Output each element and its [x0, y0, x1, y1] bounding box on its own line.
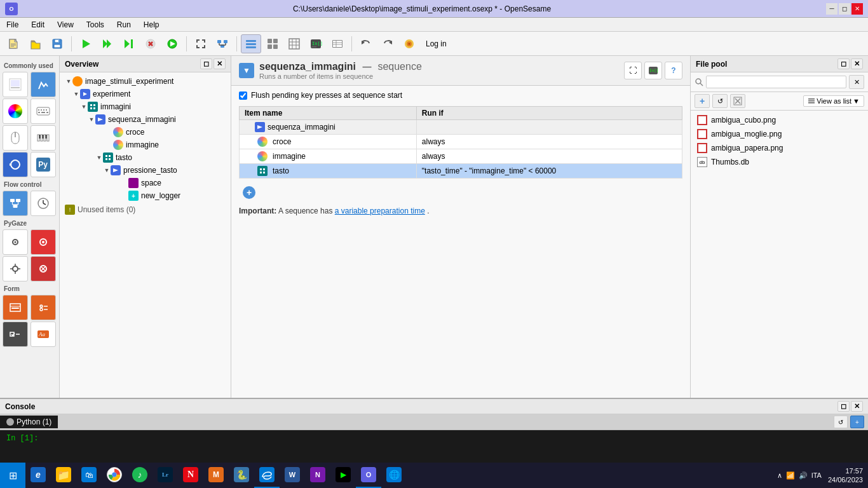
console-tab-python[interactable]: Python (1): [0, 416, 58, 428]
menu-help[interactable]: Help: [140, 19, 163, 30]
taskbar-explorer[interactable]: 📁: [51, 463, 76, 488]
add-item-button[interactable]: +: [239, 184, 259, 201]
undo-button[interactable]: [356, 34, 376, 53]
pygaze-tool2[interactable]: [31, 229, 56, 255]
console-refresh-button[interactable]: ↺: [834, 416, 848, 428]
structure-button[interactable]: [212, 34, 233, 53]
tree-item-sequenza[interactable]: ▼ sequenza_immagini: [60, 113, 231, 126]
menu-file[interactable]: File: [3, 19, 22, 30]
menu-edit[interactable]: Edit: [27, 19, 48, 30]
console-add-button[interactable]: +: [850, 416, 864, 428]
taskbar-ie[interactable]: e: [25, 463, 51, 488]
form-text[interactable]: Aa: [31, 322, 56, 347]
console-close-button[interactable]: ✕: [851, 401, 863, 412]
taskbar-lightroom[interactable]: Lr: [153, 463, 178, 488]
important-link[interactable]: a variable preparation time: [335, 207, 425, 215]
file-delete-button[interactable]: [730, 94, 745, 108]
tree-item-main-experiment[interactable]: ▼ experiment: [60, 88, 231, 100]
taskbar-clock[interactable]: 17:57 24/06/2023: [828, 466, 868, 485]
tree-item-immagine[interactable]: ▶ immagine: [60, 139, 231, 151]
form-tool1[interactable]: [3, 295, 28, 320]
taskbar-network[interactable]: 🌐: [381, 463, 407, 488]
console-restore-button[interactable]: ◻: [837, 401, 850, 412]
file-search-clear-button[interactable]: ✕: [849, 75, 864, 89]
list-item[interactable]: db Thumbs.db: [691, 155, 868, 169]
pygaze-tool1[interactable]: [3, 229, 28, 255]
python-tool[interactable]: Py: [31, 152, 56, 177]
tree-item-tasto[interactable]: ▼ tasto: [60, 151, 231, 164]
mouse-tool[interactable]: [3, 125, 28, 151]
keyboard-tool[interactable]: [31, 98, 56, 124]
save-button[interactable]: [47, 34, 67, 53]
clock-tool[interactable]: [31, 191, 56, 216]
list-item[interactable]: ambigua_cubo.png: [691, 113, 868, 127]
table-row[interactable]: croce always: [240, 135, 682, 149]
taskbar-cmd[interactable]: ▶: [330, 463, 356, 488]
open-button[interactable]: [25, 34, 46, 53]
run-button[interactable]: [76, 34, 96, 53]
taskbar-netflix[interactable]: N: [178, 463, 203, 488]
color-tool[interactable]: [3, 98, 28, 124]
file-add-button[interactable]: +: [695, 94, 710, 108]
stop-button[interactable]: [140, 34, 161, 53]
sampler-tool[interactable]: [31, 72, 56, 97]
step-forward-button[interactable]: [119, 34, 139, 53]
table-row[interactable]: tasto "tasto_time" - "immagine_time" < 6…: [240, 164, 682, 179]
form-checkbox[interactable]: [3, 322, 28, 347]
taskbar-opensesame[interactable]: O: [356, 463, 381, 488]
redo-button[interactable]: [377, 34, 398, 53]
menu-run[interactable]: Run: [113, 19, 135, 30]
grid-view-button[interactable]: [262, 34, 283, 53]
spreadsheet-button[interactable]: [284, 34, 304, 53]
start-button[interactable]: ⊞: [0, 463, 25, 488]
close-button[interactable]: ✕: [851, 3, 863, 15]
menu-tools[interactable]: Tools: [83, 19, 108, 30]
tree-item-croce[interactable]: ▶ croce: [60, 126, 231, 139]
taskbar-spotify[interactable]: ♪: [127, 463, 153, 488]
tree-item-space[interactable]: ▶ space: [60, 177, 231, 189]
file-pool-close-button[interactable]: ✕: [851, 58, 863, 69]
fullscreen-button[interactable]: [191, 34, 211, 53]
taskbar-onenote[interactable]: N: [305, 463, 330, 488]
view-as-list-button[interactable]: View as list ▼: [803, 95, 864, 107]
flush-checkbox[interactable]: [239, 92, 247, 100]
taskbar-chrome[interactable]: [102, 463, 127, 488]
list-view-button[interactable]: [241, 34, 261, 53]
play-button[interactable]: [162, 34, 182, 53]
maximize-button[interactable]: ◻: [839, 3, 850, 15]
form-tool2[interactable]: [31, 295, 56, 320]
list-item[interactable]: ambigua_moglie.png: [691, 127, 868, 141]
menu-view[interactable]: View: [53, 19, 78, 30]
table-row[interactable]: immagine always: [240, 149, 682, 164]
file-pool-restore-button[interactable]: ◻: [837, 58, 850, 69]
minimize-button[interactable]: ─: [826, 3, 837, 15]
taskbar-python[interactable]: 🐍: [229, 463, 254, 488]
taskbar-matlab[interactable]: M: [203, 463, 229, 488]
tree-item-logger[interactable]: ▶ + new_logger: [60, 189, 231, 202]
tree-item-pressione[interactable]: ▼ pressione_tasto: [60, 164, 231, 177]
file-search-input[interactable]: [706, 76, 846, 88]
overview-close-button[interactable]: ✕: [214, 58, 226, 69]
login-button[interactable]: Log in: [421, 39, 452, 48]
variable-button[interactable]: [327, 34, 348, 53]
overview-restore-button[interactable]: ◻: [200, 58, 212, 69]
new-button[interactable]: [4, 34, 24, 53]
fast-forward-button[interactable]: [97, 34, 118, 53]
tree-item-immagini[interactable]: ▼ immagini: [60, 100, 231, 113]
script-button[interactable]: In[]: [306, 34, 326, 53]
file-refresh-button[interactable]: ↺: [712, 94, 728, 108]
list-item[interactable]: ambigua_papera.png: [691, 141, 868, 155]
unused-items[interactable]: ! Unused items (0): [60, 202, 231, 217]
editor-collapse-button[interactable]: ▼: [239, 63, 254, 78]
taskbar-word[interactable]: W: [280, 463, 305, 488]
sys-tray-arrow[interactable]: ∧: [777, 471, 782, 480]
pygaze-tool3[interactable]: [3, 256, 28, 281]
sequence-tool[interactable]: [3, 191, 28, 216]
table-row[interactable]: sequenza_immagini: [240, 120, 682, 135]
synth-tool[interactable]: [31, 125, 56, 151]
pygaze-tool4[interactable]: [31, 256, 56, 281]
editor-help-button[interactable]: ?: [665, 62, 682, 79]
sketchpad-tool[interactable]: [3, 72, 28, 97]
editor-script-button[interactable]: In[]: [644, 62, 662, 79]
editor-fullscreen-button[interactable]: ⛶: [624, 62, 642, 79]
